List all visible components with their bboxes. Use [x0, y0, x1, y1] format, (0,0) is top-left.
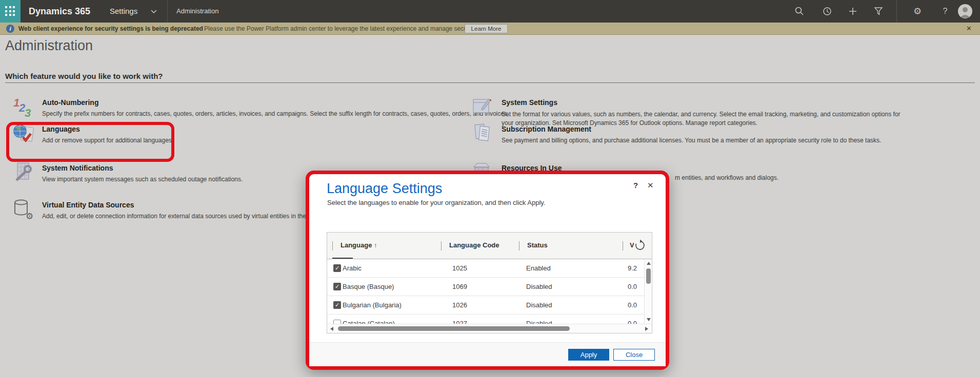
horizontal-scrollbar[interactable]: [327, 324, 652, 333]
horizontal-scroll-thumb[interactable]: [338, 326, 570, 331]
languages-table: Language ↑ Language Code Status Vers: [327, 232, 652, 333]
column-header-language-label: Language: [341, 241, 372, 249]
cell-language: Bulgarian (Bulgaria): [343, 296, 402, 315]
app-launcher-button[interactable]: [0, 0, 21, 23]
cell-language: Arabic: [343, 259, 362, 278]
cell-language-code: 1025: [452, 259, 467, 278]
section-question: Which feature would you like to work wit…: [5, 72, 163, 80]
table-header: Language ↑ Language Code Status Vers: [327, 233, 652, 259]
banner-message: Please use the Power Platform admin cent…: [204, 23, 498, 35]
cell-language: Basque (Basque): [343, 278, 394, 296]
settings-gear-icon[interactable]: ⚙: [912, 6, 923, 17]
waffle-icon: [5, 6, 15, 16]
feature-title[interactable]: Languages: [42, 125, 225, 133]
auto-numbering-icon: 1 2 3: [12, 95, 36, 119]
cell-status: Disabled: [526, 278, 552, 296]
scroll-right-icon[interactable]: [645, 327, 648, 331]
breadcrumb[interactable]: Administration: [176, 0, 218, 23]
column-header-status[interactable]: Status: [527, 241, 548, 249]
feature-title[interactable]: Auto-Numbering: [42, 98, 491, 107]
vertical-scrollbar[interactable]: [644, 259, 652, 324]
cell-language-code: 1069: [452, 278, 467, 296]
feature-title[interactable]: System Notifications: [42, 164, 337, 172]
dialog-help-icon[interactable]: ?: [633, 181, 638, 190]
chevron-down-icon[interactable]: [151, 10, 157, 14]
table-row-arabic[interactable]: ✓ Arabic 1025 Enabled 9.2: [327, 259, 652, 278]
feature-desc-visible-fragment: m entities, and workflows and dialogs.: [675, 174, 778, 181]
navbar-divider: [896, 0, 897, 23]
cell-language-code: 1026: [452, 296, 467, 315]
feature-desc: See payment and billing options, and pur…: [502, 137, 915, 144]
feature-item-languages[interactable]: Languages Add or remove support for addi…: [9, 125, 225, 144]
table-row-bulgarian[interactable]: ✓ Bulgarian (Bulgaria) 1026 Disabled 0.0: [327, 296, 652, 315]
advanced-filter-icon[interactable]: [873, 6, 884, 17]
feature-item-system-settings[interactable]: System Settings Set the format for vario…: [469, 98, 915, 128]
column-separator: [519, 241, 519, 250]
cell-version: 0.0: [628, 278, 642, 296]
cell-status: Enabled: [526, 259, 551, 278]
top-navbar: Dynamics 365 Settings Administration ⚙ ?: [0, 0, 980, 23]
section-rule: [5, 82, 975, 83]
dialog-title: Language Settings: [327, 181, 442, 197]
user-avatar[interactable]: [958, 4, 972, 18]
deprecation-banner: i Web client experience for security set…: [0, 23, 980, 35]
cell-version: 0.0: [628, 296, 642, 315]
table-row-basque[interactable]: ✓ Basque (Basque) 1069 Disabled 0.0: [327, 278, 652, 296]
column-header-language-code[interactable]: Language Code: [449, 241, 499, 249]
feature-item-subscription-management[interactable]: Subscription Management See payment and …: [469, 125, 915, 144]
learn-more-button[interactable]: Learn More: [465, 24, 508, 33]
info-icon: i: [6, 25, 14, 33]
apply-button[interactable]: Apply: [568, 349, 609, 361]
feature-desc: Add or remove support for additional lan…: [42, 137, 225, 144]
feature-title[interactable]: System Settings: [502, 98, 915, 107]
area-switcher-settings[interactable]: Settings: [110, 0, 137, 23]
row-checkbox[interactable]: ✓: [333, 301, 341, 309]
row-checkbox[interactable]: ✓: [333, 283, 341, 290]
scroll-down-icon[interactable]: [647, 318, 651, 321]
refresh-icon[interactable]: [634, 239, 646, 252]
close-button[interactable]: Close: [613, 349, 655, 361]
cell-status: Disabled: [526, 296, 552, 315]
create-new-icon[interactable]: [847, 6, 858, 17]
help-icon[interactable]: ?: [939, 6, 951, 17]
scroll-up-icon[interactable]: [647, 262, 651, 265]
row-checkbox[interactable]: ✓: [333, 264, 341, 272]
feature-desc: View important system messages such as s…: [42, 176, 337, 183]
column-separator: [332, 241, 333, 250]
scroll-left-icon[interactable]: [330, 327, 333, 331]
sort-ascending-icon: ↑: [374, 241, 377, 249]
brand-title[interactable]: Dynamics 365: [29, 0, 90, 23]
language-settings-dialog: Language Settings Select the languages t…: [306, 171, 669, 370]
page-title: Administration: [5, 38, 93, 54]
feature-desc: Specify the prefix numbers for contracts…: [42, 110, 491, 117]
feature-item-auto-numbering[interactable]: 1 2 3 Auto-Numbering Specify the prefix …: [9, 98, 491, 117]
cell-version: 9.2: [628, 259, 642, 278]
dialog-footer: Apply Close: [309, 342, 666, 366]
navbar-divider: [167, 0, 168, 23]
subscription-management-icon: [472, 122, 495, 145]
dialog-subtitle: Select the languages to enable for your …: [327, 199, 545, 206]
svg-text:⚙: ⚙: [26, 212, 33, 221]
system-settings-icon: [472, 95, 495, 119]
search-icon[interactable]: [794, 6, 805, 17]
feature-title[interactable]: Subscription Management: [502, 125, 915, 133]
sorted-column-indicator: [332, 258, 353, 259]
recent-items-icon[interactable]: [822, 6, 833, 17]
svg-text:3: 3: [25, 107, 31, 119]
virtual-entity-data-sources-icon: ⚙: [12, 198, 36, 221]
languages-icon: [12, 122, 36, 145]
system-notifications-icon: [12, 161, 36, 184]
column-separator: [623, 241, 623, 250]
column-header-language[interactable]: Language ↑: [341, 241, 377, 249]
banner-close-icon[interactable]: ✕: [966, 23, 972, 35]
dynamics-administration-screen: Dynamics 365 Settings Administration ⚙ ?…: [0, 0, 980, 377]
banner-title: Web client experience for security setti…: [18, 23, 203, 35]
vertical-scroll-thumb[interactable]: [646, 268, 651, 284]
dialog-close-icon[interactable]: ✕: [647, 181, 654, 190]
feature-item-system-notifications[interactable]: System Notifications View important syst…: [9, 164, 337, 183]
column-separator: [441, 241, 442, 250]
